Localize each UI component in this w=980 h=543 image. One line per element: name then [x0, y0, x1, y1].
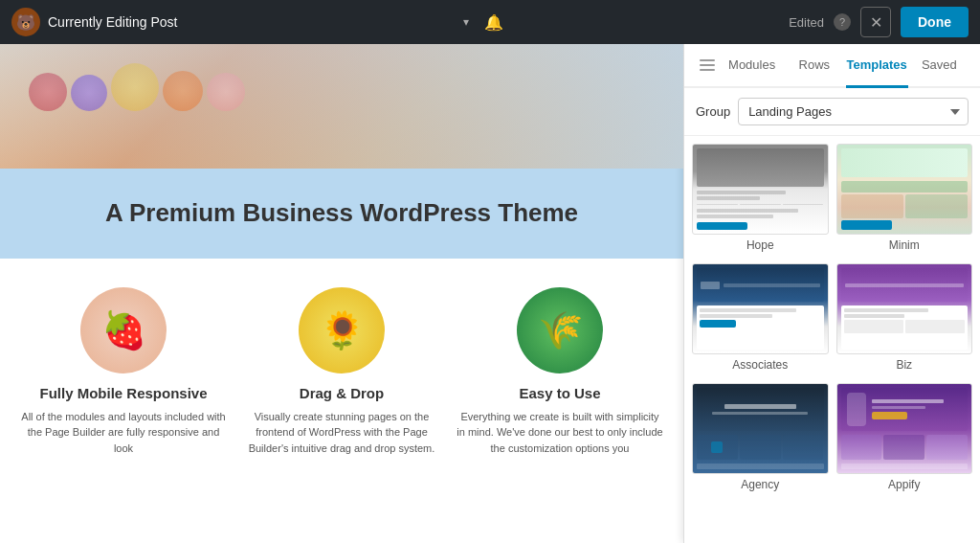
- template-minim-label: Minim: [836, 235, 973, 260]
- template-thumb-biz: [836, 263, 973, 354]
- top-bar-right: Edited ? ✕ Done: [789, 7, 969, 37]
- banner-headline: A Premium Business WordPress Theme: [19, 197, 664, 230]
- template-appify[interactable]: Appify: [836, 383, 973, 499]
- tab-rows[interactable]: Rows: [783, 44, 845, 88]
- feature-circle-grass: 🌾: [517, 287, 603, 373]
- tab-saved[interactable]: Saved: [908, 44, 970, 88]
- template-minim[interactable]: Minim: [836, 144, 973, 260]
- close-button[interactable]: ✕: [860, 7, 891, 37]
- features-row: 🍓 Fully Mobile Responsive All of the mod…: [0, 259, 683, 466]
- edited-status: Edited: [789, 15, 824, 30]
- template-associates[interactable]: Associates: [692, 263, 829, 379]
- template-agency-label: Agency: [692, 474, 829, 499]
- templates-grid: Hope: [684, 136, 980, 543]
- panel-tabs: Modules Rows Templates Saved: [684, 44, 980, 88]
- feature-title-3: Easy to Use: [456, 385, 664, 401]
- feature-title-2: Drag & Drop: [237, 385, 446, 401]
- top-bar-left: 🐻 Currently Editing Post: [11, 8, 177, 36]
- template-thumb-associates: [692, 263, 829, 354]
- template-associates-label: Associates: [692, 354, 829, 379]
- template-thumb-hope: [692, 144, 829, 235]
- site-logo: 🐻: [11, 8, 40, 36]
- template-biz-label: Biz: [836, 354, 973, 379]
- feature-item-2: 🌻 Drag & Drop Visually create stunning p…: [237, 287, 446, 457]
- tab-modules[interactable]: Modules: [721, 44, 783, 88]
- feature-item-3: 🌾 Easy to Use Everything we create is bu…: [456, 287, 664, 457]
- blue-banner: A Premium Business WordPress Theme: [0, 169, 683, 259]
- templates-row-1: Hope: [692, 144, 972, 260]
- group-label: Group: [696, 104, 730, 119]
- feature-circle-strawberry: 🍓: [80, 287, 167, 373]
- hamburger-icon[interactable]: [694, 44, 721, 86]
- template-thumb-minim: [836, 144, 973, 235]
- group-row: Group Landing Pages Business Portfolio B…: [684, 88, 980, 136]
- help-icon[interactable]: ?: [834, 13, 851, 31]
- feature-desc-1: All of the modules and layouts included …: [19, 409, 228, 457]
- feature-desc-2: Visually create stunning pages on the fr…: [237, 409, 446, 457]
- top-bar: 🐻 Currently Editing Post ▾ 🔔 Edited ? ✕ …: [0, 0, 980, 44]
- template-thumb-agency: [692, 383, 829, 474]
- bell-icon[interactable]: 🔔: [484, 13, 503, 32]
- chevron-down-icon[interactable]: ▾: [463, 15, 469, 29]
- done-button[interactable]: Done: [901, 7, 969, 37]
- template-agency[interactable]: Agency: [692, 383, 829, 499]
- template-biz[interactable]: Biz: [836, 263, 973, 379]
- page-preview: A Premium Business WordPress Theme 🍓 Ful…: [0, 44, 683, 543]
- page-title: Currently Editing Post: [48, 14, 177, 30]
- template-hope-label: Hope: [692, 235, 829, 260]
- feature-desc-3: Everything we create is built with simpl…: [456, 409, 664, 457]
- templates-row-2: Associates: [692, 263, 972, 379]
- template-hope[interactable]: Hope: [692, 144, 829, 260]
- feature-title-1: Fully Mobile Responsive: [19, 385, 228, 401]
- group-select[interactable]: Landing Pages Business Portfolio Blog: [738, 98, 969, 125]
- templates-row-3: Agency: [692, 383, 972, 499]
- right-panel: Modules Rows Templates Saved Group Landi…: [683, 44, 980, 543]
- main-layout: A Premium Business WordPress Theme 🍓 Ful…: [0, 44, 980, 543]
- tab-templates[interactable]: Templates: [846, 44, 908, 88]
- hero-image: [0, 44, 683, 169]
- template-appify-label: Appify: [836, 474, 973, 499]
- feature-item-1: 🍓 Fully Mobile Responsive All of the mod…: [19, 287, 228, 457]
- top-bar-center: ▾ 🔔: [463, 13, 503, 32]
- feature-circle-sunflower: 🌻: [299, 287, 385, 373]
- hero-overlay: [0, 44, 683, 169]
- template-thumb-appify: [836, 383, 973, 474]
